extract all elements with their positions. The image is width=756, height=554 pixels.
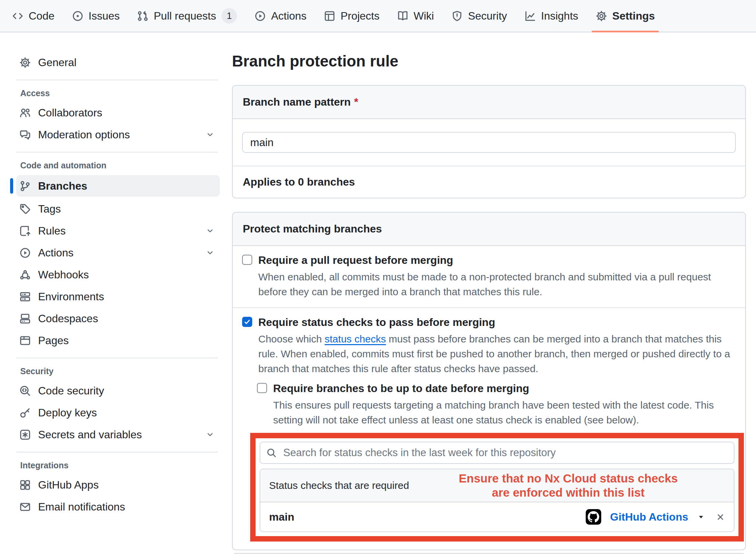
sidebar-divider <box>16 452 218 452</box>
settings-sidebar: General Access Collaborators Moderation … <box>0 32 229 519</box>
require-up-to-date-description: This ensures pull requests targeting a m… <box>273 398 736 427</box>
play-icon <box>20 247 31 258</box>
chevron-dropdown-icon[interactable] <box>697 513 705 521</box>
require-up-to-date-label: Require branches to be up to date before… <box>273 381 529 396</box>
require-status-checks-description: Choose which status checks must pass bef… <box>258 332 730 376</box>
sidebar-item-github-apps[interactable]: GitHub Apps <box>16 475 220 495</box>
sidebar-item-collaborators[interactable]: Collaborators <box>16 103 220 122</box>
sidebar-item-deploy-keys[interactable]: Deploy keys <box>16 403 220 422</box>
status-check-name: main <box>269 511 294 523</box>
sidebar-item-codespaces[interactable]: Codespaces <box>16 309 220 328</box>
sidebar-item-pages[interactable]: Pages <box>16 331 220 350</box>
require-status-checks-checkbox[interactable] <box>242 317 252 327</box>
code-icon <box>12 10 23 22</box>
branch-name-pattern-input[interactable] <box>242 132 736 153</box>
annotation-highlight-box: Status checks that are required Ensure t… <box>250 433 744 542</box>
git-pull-request-icon <box>137 10 148 22</box>
secret-asterisk-icon <box>20 429 31 440</box>
sidebar-item-webhooks[interactable]: Webhooks <box>16 265 220 284</box>
people-icon <box>20 107 31 118</box>
applies-to-branches-text: Applies to 0 branches <box>233 166 745 198</box>
tab-pull-requests[interactable]: Pull requests 1 <box>130 0 244 32</box>
shield-icon <box>452 10 463 22</box>
branch-name-pattern-header: Branch name pattern* <box>233 86 745 119</box>
tab-security[interactable]: Security <box>444 0 515 32</box>
status-checks-link[interactable]: status checks <box>325 333 386 344</box>
chevron-down-icon <box>206 248 214 257</box>
branch-name-pattern-card: Branch name pattern* Applies to 0 branch… <box>232 85 746 198</box>
main-content: Branch protection rule Branch name patte… <box>229 32 756 554</box>
sidebar-item-secrets-variables[interactable]: Secrets and variables <box>16 425 220 444</box>
sidebar-divider <box>16 152 218 153</box>
status-checks-list-header: Status checks that are required <box>269 480 409 491</box>
sidebar-section-security: Security <box>16 366 220 381</box>
require-pull-request-description: When enabled, all commits must be made t… <box>258 270 730 299</box>
required-asterisk: * <box>354 96 358 108</box>
table-icon <box>324 10 335 22</box>
page-title: Branch protection rule <box>232 52 746 70</box>
required-status-checks-list: Status checks that are required Ensure t… <box>260 469 734 532</box>
gear-icon <box>20 57 31 68</box>
play-icon <box>255 10 266 22</box>
sidebar-section-code-automation: Code and automation <box>16 161 220 175</box>
chevron-down-icon <box>206 226 214 235</box>
mail-icon <box>20 501 31 513</box>
tab-projects[interactable]: Projects <box>317 0 387 32</box>
sidebar-item-email-notifications[interactable]: Email notifications <box>16 497 220 517</box>
remove-status-check-icon[interactable] <box>714 513 725 522</box>
protect-matching-branches-card: Protect matching branches Require a pull… <box>232 212 746 550</box>
tab-wiki[interactable]: Wiki <box>390 0 441 32</box>
rules-icon <box>20 225 31 237</box>
sidebar-item-actions[interactable]: Actions <box>16 243 220 262</box>
sidebar-item-moderation-options[interactable]: Moderation options <box>16 125 220 144</box>
require-pull-request-section: Require a pull request before merging Wh… <box>233 246 745 307</box>
tag-icon <box>20 203 31 215</box>
require-pull-request-checkbox[interactable] <box>242 255 252 265</box>
require-up-to-date-section: Require branches to be up to date before… <box>257 381 736 427</box>
browser-icon <box>20 335 31 346</box>
tab-issues[interactable]: Issues <box>65 0 127 32</box>
apps-grid-icon <box>20 479 31 491</box>
sidebar-section-integrations: Integrations <box>16 461 220 475</box>
sidebar-item-code-security[interactable]: Code security <box>16 381 220 400</box>
require-up-to-date-checkbox[interactable] <box>257 383 267 393</box>
sidebar-item-rules[interactable]: Rules <box>16 221 220 241</box>
sidebar-item-tags[interactable]: Tags <box>16 199 220 219</box>
status-checks-search-input[interactable] <box>260 442 734 464</box>
sidebar-divider <box>16 80 218 80</box>
book-icon <box>397 10 408 22</box>
sidebar-item-environments[interactable]: Environments <box>16 287 220 306</box>
codescan-icon <box>20 385 31 396</box>
key-icon <box>20 407 31 418</box>
issue-opened-icon <box>72 10 83 22</box>
git-branch-icon <box>20 181 31 192</box>
sidebar-section-access: Access <box>16 88 220 103</box>
pull-requests-count-badge: 1 <box>222 8 237 24</box>
require-status-checks-section: Require status checks to pass before mer… <box>233 307 745 550</box>
require-status-checks-label: Require status checks to pass before mer… <box>258 315 495 330</box>
chevron-down-icon <box>206 130 214 139</box>
sidebar-item-general[interactable]: General <box>16 53 220 72</box>
github-actions-logo <box>586 509 601 525</box>
tab-insights[interactable]: Insights <box>517 0 586 32</box>
repo-tab-bar: Code Issues Pull requests 1 Actions Proj… <box>0 0 756 32</box>
github-actions-link[interactable]: GitHub Actions <box>610 511 688 523</box>
protect-matching-branches-header: Protect matching branches <box>233 213 745 246</box>
require-pull-request-label: Require a pull request before merging <box>258 253 453 268</box>
tab-code[interactable]: Code <box>5 0 62 32</box>
status-check-row: main GitHub Actions <box>260 502 734 531</box>
comment-discussion-icon <box>20 129 31 140</box>
sidebar-divider <box>16 358 218 358</box>
search-icon <box>266 448 277 458</box>
tab-actions[interactable]: Actions <box>247 0 314 32</box>
server-icon <box>20 291 31 302</box>
chevron-down-icon <box>206 430 214 439</box>
sidebar-item-branches[interactable]: Branches <box>16 175 220 197</box>
annotation-text: Ensure that no Nx Cloud status checks ar… <box>459 471 678 500</box>
graph-icon <box>525 10 536 22</box>
codespaces-icon <box>20 313 31 324</box>
gear-icon <box>596 10 607 22</box>
webhook-icon <box>20 269 31 280</box>
tab-settings[interactable]: Settings <box>588 0 662 32</box>
